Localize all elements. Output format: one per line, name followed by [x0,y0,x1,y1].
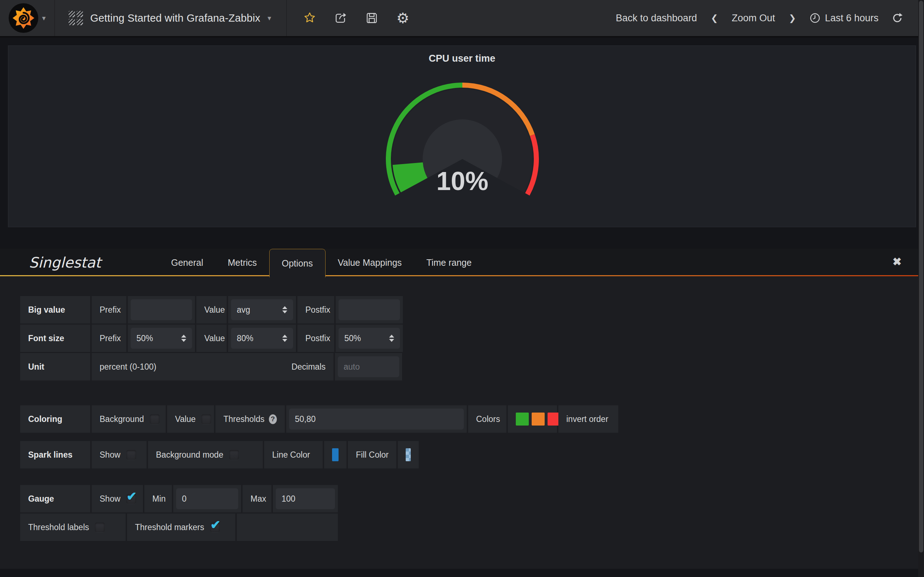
options-form: Big value Prefix Value avg Postfix Font … [0,276,924,569]
gear-icon[interactable]: ⚙ [396,11,409,24]
decimals-label: Decimals [291,362,326,372]
dashboard-actions: ⚙ [303,11,409,24]
gauge-show-option: Show [92,485,143,513]
prefix-label: Prefix [92,296,126,324]
zoom-out-button[interactable]: Zoom Out [732,13,775,24]
background-mode-checkbox[interactable] [229,450,239,460]
fill-color-swatch[interactable] [406,448,411,461]
panel-type-heading: Singlestat [29,254,119,271]
thresholds-input[interactable] [289,409,464,429]
sparklines-label: Spark lines [20,441,90,469]
save-icon[interactable] [365,11,378,24]
postfix-input[interactable] [339,299,400,320]
line-color-label: Line Color [264,441,323,469]
sparklines-group: Spark lines Show Background mode Line Co… [20,441,419,469]
value-label: Value [196,324,227,352]
dashboard-picker[interactable]: Getting Started with Grafana-Zabbix ▾ [55,0,287,36]
gauge-show-checkbox[interactable] [126,494,136,504]
chevron-right-icon[interactable]: ❯ [787,13,797,23]
sparklines-row: Spark lines Show Background mode Line Co… [20,441,419,469]
invert-order-button[interactable]: invert order [566,414,608,424]
thresholds-label-cell: Thresholds ? [215,405,285,433]
share-icon[interactable] [334,11,347,24]
dashboard-title: Getting Started with Grafana-Zabbix [90,12,260,24]
sparklines-show-option: Show [92,441,147,469]
postfix-label: Postfix [297,324,334,352]
close-icon[interactable]: ✖ [893,255,901,268]
tab-time-range[interactable]: Time range [414,249,484,276]
fill-color-label: Fill Color [348,441,396,469]
unit-select[interactable]: percent (0-100) [100,362,156,372]
dashboard-grid-icon [69,11,83,25]
value-stat-select[interactable]: avg [231,299,293,320]
decimals-input[interactable] [338,356,399,377]
threshold-labels-checkbox[interactable] [95,522,105,532]
unit-row: Unit percent (0-100) Decimals [20,353,403,380]
prefix-fontsize-select[interactable]: 50% [131,328,192,349]
prefix-label: Prefix [92,324,126,352]
star-icon[interactable] [303,11,316,24]
font-size-row: Font size Prefix 50% Value 80% Postfix 5… [20,324,403,352]
help-icon[interactable]: ? [269,414,277,424]
grafana-logo-icon [9,3,38,33]
font-size-label: Font size [20,324,90,352]
scrollbar-track[interactable] [918,0,924,577]
refresh-icon[interactable] [891,11,904,24]
coloring-row: Coloring Background Value Thresholds ? C… [20,405,618,433]
tab-general[interactable]: General [159,249,215,276]
threshold-colors-cell [508,405,557,433]
gauge-label: Gauge [20,485,90,513]
big-value-row: Big value Prefix Value avg Postfix [20,296,403,324]
threshold-options-row: Threshold labels Threshold markers [20,514,338,541]
value-checkbox[interactable] [201,414,211,424]
sparklines-show-checkbox[interactable] [126,450,136,460]
navbar: ▾ Getting Started with Grafana-Zabbix ▾ … [0,0,924,37]
tab-metrics[interactable]: Metrics [215,249,269,276]
colors-label: Colors [468,405,506,433]
gauge-min-input[interactable] [176,488,238,509]
tab-accent-line [0,275,924,276]
grafana-menu-button[interactable]: ▾ [0,0,55,36]
time-range-picker[interactable]: Last 6 hours [809,13,879,24]
big-value-label: Big value [20,296,90,324]
tab-options[interactable]: Options [269,249,326,277]
panel-editor-tabs: Singlestat General Metrics Options Value… [0,249,924,276]
line-color-cell [324,441,347,469]
empty-cell [237,514,338,541]
coloring-group: Coloring Background Value Thresholds ? C… [20,405,618,433]
coloring-value-option: Value [167,405,214,433]
time-range-label: Last 6 hours [825,13,879,24]
value-label: Value [196,296,227,324]
gauge-max-input[interactable] [276,488,335,509]
fill-color-cell [398,441,419,469]
line-color-swatch[interactable] [332,448,339,461]
coloring-background-option: Background [92,405,166,433]
threshold-markers-checkbox[interactable] [210,522,220,532]
navbar-right: Back to dashboard ❮ Zoom Out ❯ Last 6 ho… [616,11,924,24]
background-checkbox[interactable] [150,414,160,424]
grafana-flame-icon [11,6,36,30]
threshold-labels-option: Threshold labels [20,514,126,541]
gauge-chart: 10% [8,46,916,227]
singlestat-panel: CPU user time 10% [8,45,916,227]
tab-value-mappings[interactable]: Value Mappings [326,249,414,276]
color-swatch-orange[interactable] [531,413,544,425]
gauge-group: Gauge Show Min Max Threshold labels Thre… [20,485,338,541]
coloring-label: Coloring [20,405,90,433]
value-fontsize-select[interactable]: 80% [231,328,293,349]
back-to-dashboard-button[interactable]: Back to dashboard [616,13,697,24]
value-options-group: Big value Prefix Value avg Postfix Font … [20,296,403,380]
prefix-input[interactable] [131,299,192,320]
clock-icon [809,13,821,23]
scrollbar-thumb[interactable] [919,1,923,553]
max-label: Max [242,485,271,513]
chevron-left-icon[interactable]: ❮ [709,13,719,23]
postfix-label: Postfix [297,296,334,324]
unit-label: Unit [20,353,90,380]
postfix-fontsize-select[interactable]: 50% [339,328,400,349]
select-arrows-icon [181,335,186,342]
background-mode-option: Background mode [148,441,263,469]
select-arrows-icon [282,306,287,313]
color-swatch-green[interactable] [516,413,529,425]
gauge-value-label: 10% [436,167,488,195]
